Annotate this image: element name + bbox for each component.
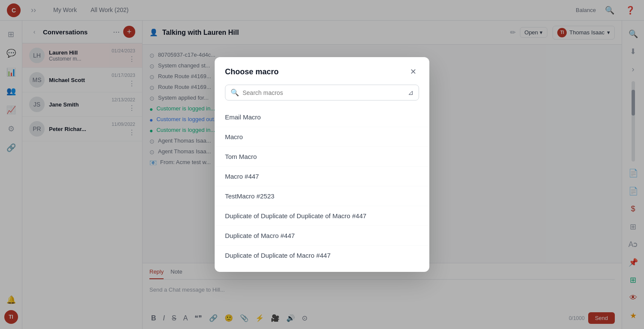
list-item[interactable]: Macro: [215, 127, 429, 147]
modal-overlay[interactable]: Choose macro ✕ 🔍 ⊿ Email Macro Macro Tom…: [0, 0, 644, 329]
list-item[interactable]: TestMacro #2523: [215, 186, 429, 206]
list-item[interactable]: Duplicate of Duplicate of Duplicate of M…: [215, 206, 429, 226]
filter-icon[interactable]: ⊿: [408, 88, 413, 97]
macro-search-bar: 🔍 ⊿: [225, 85, 419, 101]
macro-search-input[interactable]: [243, 89, 404, 96]
list-item[interactable]: Duplicate of Duplicate of Macro #447: [215, 246, 429, 265]
modal-close-button[interactable]: ✕: [407, 66, 419, 78]
search-icon: 🔍: [231, 88, 239, 97]
macro-list: Email Macro Macro Tom Macro Macro #447 T…: [215, 107, 429, 272]
modal-header: Choose macro ✕: [215, 57, 429, 85]
list-item[interactable]: Email Macro: [215, 107, 429, 127]
list-item[interactable]: Tom Macro: [215, 147, 429, 167]
modal-title: Choose macro: [225, 67, 279, 76]
choose-macro-modal: Choose macro ✕ 🔍 ⊿ Email Macro Macro Tom…: [215, 57, 429, 272]
list-item[interactable]: Macro #447: [215, 167, 429, 186]
list-item[interactable]: Duplicate of Macro #447: [215, 226, 429, 246]
